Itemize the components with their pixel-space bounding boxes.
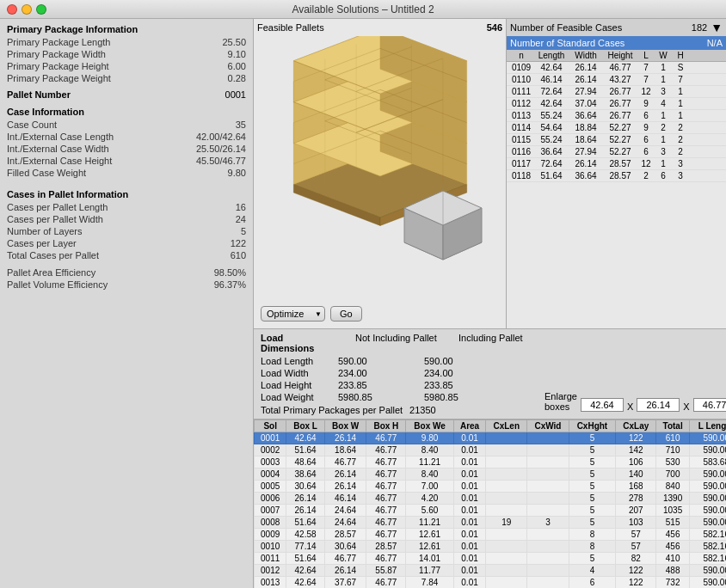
- viewer-header: Feasible Pallets 546: [257, 22, 502, 33]
- table-cell: [486, 469, 527, 481]
- case-length: 72.64: [534, 87, 569, 96]
- case-l: 9: [637, 99, 655, 108]
- case-n: 0112: [508, 99, 534, 108]
- case-count-value: 35: [236, 119, 246, 131]
- go-button[interactable]: Go: [330, 306, 362, 322]
- case-length-label: Int./External Case Length: [7, 131, 114, 143]
- table-row[interactable]: 000626.1446.1446.774.200.0152781390590.0…: [255, 493, 727, 505]
- pkg-weight-value: 0.28: [228, 72, 246, 84]
- table-row[interactable]: 000726.1424.6446.775.600.0152071035590.0…: [255, 505, 727, 517]
- maximize-icon[interactable]: [36, 4, 46, 15]
- table-cell: 0010: [255, 541, 286, 553]
- table-col-header: CxLay: [616, 420, 656, 432]
- table-cell: 168: [616, 481, 656, 493]
- table-cell: 5: [569, 493, 615, 505]
- y-separator: X: [683, 401, 689, 412]
- table-row[interactable]: 000348.6446.7746.7711.210.015106530583.6…: [255, 456, 727, 469]
- feasible-count-area: 182 ▼: [692, 21, 723, 34]
- table-cell: 590.00: [689, 577, 726, 589]
- minimize-icon[interactable]: [22, 4, 32, 15]
- table-row[interactable]: 001242.6426.1455.8711.770.014122488590.0…: [255, 565, 727, 577]
- case-table-row[interactable]: 0115 55.24 18.64 52.27 6 1 2: [507, 134, 726, 146]
- load-row-label: Load Weight: [261, 391, 338, 403]
- not-including-label: Not Including Pallet: [355, 333, 441, 353]
- table-cell: 583.68: [689, 456, 726, 469]
- table-row[interactable]: 000438.6426.1446.778.400.015140700590.00…: [255, 469, 727, 481]
- cip-layers-label: Number of Layers: [7, 225, 82, 237]
- table-row[interactable]: 000530.6426.1446.777.000.015168840590.00…: [255, 481, 727, 493]
- case-table-row[interactable]: 0112 42.64 37.04 26.77 9 4 1: [507, 98, 726, 110]
- case-width: 36.64: [569, 171, 603, 181]
- optimize-select[interactable]: Optimize Maximize Minimize: [261, 306, 325, 322]
- box-layer: [293, 36, 466, 184]
- enlarge-z-input[interactable]: [693, 398, 726, 412]
- case-height: 46.77: [603, 63, 637, 72]
- standard-cases-value: N/A: [707, 38, 723, 48]
- table-cell: 5: [569, 456, 615, 469]
- case-w: 1: [655, 159, 672, 168]
- table-cell: 4.20: [406, 493, 454, 505]
- case-width: 26.14: [569, 63, 603, 72]
- table-cell: [527, 481, 569, 493]
- case-table-row[interactable]: 0113 55.24 36.64 26.77 6 1 1: [507, 110, 726, 122]
- table-row[interactable]: 000851.6424.6446.7711.210.01193510351559…: [255, 517, 727, 529]
- x-separator: X: [627, 401, 633, 412]
- table-cell: 12.61: [406, 541, 454, 553]
- col-w-header: L: [637, 51, 655, 60]
- case-table-row[interactable]: 0116 36.64 27.94 52.27 6 3 2: [507, 146, 726, 158]
- optimize-wrapper[interactable]: Optimize Maximize Minimize: [261, 306, 325, 322]
- load-row-label: Load Width: [261, 367, 338, 379]
- cip-width-value: 24: [236, 213, 246, 225]
- table-cell: 26.14: [324, 481, 366, 493]
- enlarge-y-input[interactable]: [637, 398, 680, 412]
- table-cell: 24.64: [324, 505, 366, 517]
- case-w: 3: [655, 147, 672, 156]
- close-icon[interactable]: [7, 4, 17, 15]
- case-w: 1: [655, 75, 672, 84]
- table-row[interactable]: 001077.1430.6428.5712.610.01857456582.16…: [255, 541, 727, 553]
- case-table-row[interactable]: 0118 51.64 36.64 28.57 2 6 3: [507, 170, 726, 182]
- table-row[interactable]: 000942.5828.5746.7712.610.01857456582.16…: [255, 529, 727, 541]
- case-h: 1: [672, 111, 689, 120]
- table-cell: 0007: [255, 505, 286, 517]
- case-weight-label: Filled Case Weight: [7, 167, 86, 179]
- table-row[interactable]: 001342.6437.6746.777.840.016122732590.00…: [255, 577, 727, 589]
- dropdown-arrow-icon[interactable]: ▼: [711, 21, 723, 34]
- case-table-row[interactable]: 0110 46.14 26.14 43.27 7 1 7: [507, 74, 726, 86]
- case-count-label: Case Count: [7, 119, 57, 131]
- case-width: 26.14: [569, 75, 603, 84]
- table-cell: 0004: [255, 469, 286, 481]
- col-s-header: H: [672, 51, 689, 60]
- table-row[interactable]: 000251.6418.6446.778.400.015142710590.00…: [255, 444, 727, 456]
- table-cell: 0009: [255, 529, 286, 541]
- table-cell: 46.77: [366, 529, 406, 541]
- table-cell: 582.16: [689, 541, 726, 553]
- case-table-row[interactable]: 0114 54.64 18.84 52.27 9 2 2: [507, 122, 726, 134]
- table-cell: 46.77: [324, 553, 366, 565]
- data-table-section[interactable]: SolBox LBox WBox HBox WeAreaCxLenCxWidCx…: [254, 420, 726, 588]
- case-w: 3: [655, 87, 672, 96]
- table-row[interactable]: 001151.6446.7746.7714.010.01582410582.16…: [255, 553, 727, 565]
- table-cell: 46.77: [366, 481, 406, 493]
- table-cell: [527, 456, 569, 469]
- table-col-header: L Length: [689, 420, 726, 432]
- case-length-value: 42.00/42.64: [196, 131, 246, 143]
- case-table-row[interactable]: 0117 72.64 26.14 28.57 12 1 3: [507, 158, 726, 170]
- total-row: Total Primary Packages per Pallet 21350: [261, 405, 544, 415]
- case-table-row[interactable]: 0111 72.64 27.94 26.77 12 3 1: [507, 86, 726, 98]
- table-cell: 456: [656, 529, 690, 541]
- table-cell: [527, 553, 569, 565]
- enlarge-x-input[interactable]: [581, 398, 624, 412]
- case-table-row[interactable]: 0109 42.64 26.14 46.77 7 1 S: [507, 62, 726, 74]
- table-cell: 590.00: [689, 432, 726, 444]
- case-w: 1: [655, 135, 672, 144]
- table-row[interactable]: 000142.6426.1446.779.800.015122610590.00…: [255, 432, 727, 444]
- case-l: 6: [637, 111, 655, 120]
- load-header: Load Dimensions Not Including Pallet Inc…: [261, 333, 544, 353]
- table-cell: 5: [569, 469, 615, 481]
- total-pkg-value: 21350: [409, 405, 436, 415]
- table-cell: 5: [569, 505, 615, 517]
- cases-in-pallet-title: Cases in Pallet Information: [7, 189, 246, 199]
- table-col-header: Box H: [366, 420, 406, 432]
- table-cell: 8: [569, 529, 615, 541]
